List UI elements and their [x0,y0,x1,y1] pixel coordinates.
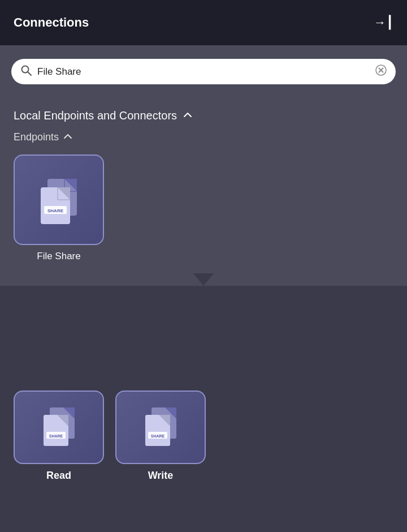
share-write-label: Write [148,470,174,482]
search-icon [20,65,32,79]
share-write-card[interactable]: SHARE Write [115,391,206,482]
share-read-card[interactable]: SHARE Read [14,391,104,482]
app-title: Connections [14,15,89,30]
endpoints-chevron[interactable] [63,132,72,143]
file-share-label: File Share [37,251,80,262]
section-title: Local Endpoints and Connectors [14,109,177,122]
search-area [0,45,407,98]
section-chevron[interactable] [183,110,193,122]
search-bar [11,59,396,84]
svg-text:SHARE: SHARE [150,434,164,438]
file-share-icon: SHARE [31,173,87,227]
svg-text:SHARE: SHARE [47,208,64,213]
pointer-area [0,273,407,286]
endpoints-grid: SHARE File Share [14,155,393,262]
endpoints-label: Endpoints [14,131,59,143]
action-cards: SHARE Read SHARE Write [14,391,393,482]
share-read-icon: SHARE [35,405,83,450]
share-write-icon: SHARE [137,405,185,450]
bottom-section: SHARE Read SHARE Write [0,374,407,532]
section-header: Local Endpoints and Connectors [14,109,393,122]
clear-icon[interactable] [375,65,387,79]
svg-line-1 [28,72,31,75]
app-header: Connections →┃ [0,0,407,45]
collapse-icon[interactable]: →┃ [374,15,393,30]
share-read-icon-box: SHARE [14,391,104,464]
search-input[interactable] [37,66,370,78]
file-share-card[interactable]: SHARE File Share [14,155,104,262]
main-content: Local Endpoints and Connectors Endpoints [0,98,407,273]
subsection-header: Endpoints [14,131,393,143]
share-write-icon-box: SHARE [115,391,206,464]
file-share-icon-box: SHARE [14,155,104,245]
svg-text:SHARE: SHARE [49,434,63,438]
pointer-arrow [193,273,214,286]
share-read-label: Read [46,470,71,482]
